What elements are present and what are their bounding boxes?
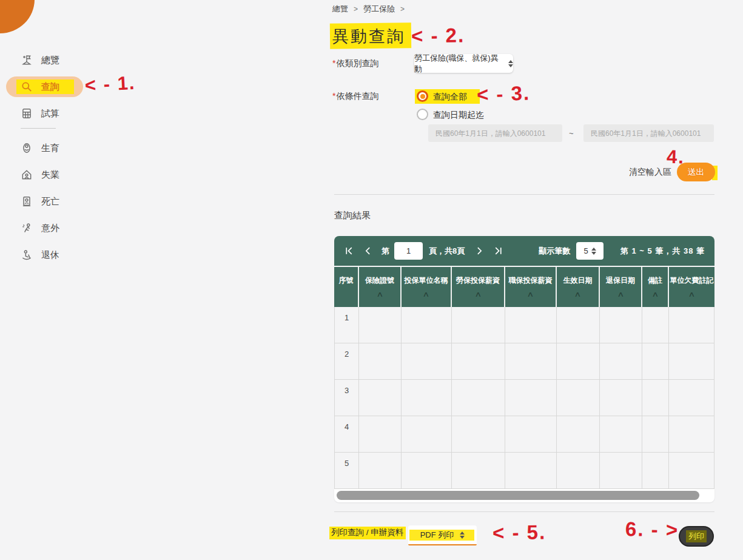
horizontal-scrollbar-thumb[interactable] [337, 491, 699, 500]
page-title: 異動查詢 [330, 23, 411, 49]
column-header-unit-name[interactable]: 投保單位名稱∧ [402, 267, 452, 307]
sidebar-item-birth[interactable]: 生育 [21, 139, 59, 157]
breadcrumb-separator: > [354, 5, 358, 13]
sidebar-item-label: 退休 [41, 249, 59, 261]
print-button-label: 列印 [686, 530, 707, 542]
section-divider [334, 511, 714, 512]
condition-query-label: *依條件查詢 [332, 91, 378, 102]
breadcrumb-link-labor-insurance[interactable]: 勞工保險 [363, 4, 395, 15]
results-table: 第 頁，共8頁 顯示筆數 5 第 1 ~ 5 筆，共 38 筆 序號 保險證號∧… [334, 236, 714, 502]
breadcrumb-link-overview[interactable]: 總覽 [332, 4, 348, 15]
date-to-input[interactable] [583, 124, 714, 142]
retirement-icon [21, 249, 33, 261]
sidebar-item-accident[interactable]: 意外 [21, 219, 59, 237]
column-header-seq: 序號 [334, 267, 359, 307]
table-row: 2 [335, 343, 714, 380]
last-page-icon[interactable] [493, 246, 503, 256]
table-row: 1 [335, 307, 714, 343]
print-format-value: PDF 列印 [420, 530, 454, 541]
clear-input-link[interactable]: 清空輸入區 [629, 167, 671, 178]
table-row: 3 [335, 380, 714, 416]
row-seq-cell: 1 [335, 307, 359, 343]
page-title-text: 異動查詢 [332, 25, 405, 47]
house-person-icon [21, 169, 33, 181]
table-pagination-bar: 第 頁，共8頁 顯示筆數 5 第 1 ~ 5 筆，共 38 筆 [334, 236, 714, 266]
sidebar-item-search[interactable]: 查詢 [21, 78, 59, 96]
sidebar-item-label: 查詢 [41, 81, 59, 93]
table-header-row: 序號 保險證號∧ 投保單位名稱∧ 勞保投保薪資∧ 職保投保薪資∧ 生效日期∧ 退… [334, 267, 714, 307]
table-row: 5 [335, 453, 714, 489]
column-header-withdrawal-date[interactable]: 退保日期∧ [600, 267, 642, 307]
first-page-icon[interactable] [344, 246, 354, 256]
row-seq-cell: 5 [335, 453, 359, 489]
row-seq-cell: 3 [335, 380, 359, 416]
sidebar-divider [21, 128, 56, 129]
date-from-input[interactable] [428, 124, 562, 142]
sidebar-item-label: 試算 [41, 108, 59, 120]
sort-caret-icon: ∧ [617, 291, 624, 297]
column-header-occupational-salary[interactable]: 職保投保薪資∧ [505, 267, 557, 307]
page-size-select[interactable]: 5 [576, 242, 603, 260]
sidebar-item-label: 死亡 [41, 196, 59, 207]
search-icon [21, 81, 33, 93]
select-arrows-icon [460, 531, 465, 539]
sidebar-item-label: 意外 [41, 223, 59, 234]
annotation-step-2: < - 2. [411, 24, 465, 48]
annotation-step-5: < - 5. [493, 521, 546, 545]
select-arrows-icon [508, 60, 513, 67]
sidebar-item-overview[interactable]: 總覽 [21, 51, 59, 69]
corner-decoration [0, 0, 35, 33]
calculator-icon [21, 107, 33, 120]
sidebar-item-unemployment[interactable]: 失業 [21, 166, 59, 184]
annotation-step-3: < - 3. [476, 81, 530, 106]
page-prefix-label: 第 [382, 246, 389, 257]
category-select[interactable]: 勞工保險(職保、就保)異動 [414, 54, 513, 73]
annotation-step-6: 6. - > [625, 518, 679, 542]
category-select-value: 勞工保險(職保、就保)異動 [414, 53, 503, 75]
radio-query-all[interactable] [417, 90, 428, 102]
page-size-label: 顯示筆數 [539, 246, 570, 257]
breadcrumb: 總覽 > 勞工保險 > [332, 4, 405, 15]
previous-page-icon[interactable] [363, 246, 373, 256]
required-asterisk: * [332, 91, 335, 101]
column-header-labor-salary[interactable]: 勞保投保薪資∧ [452, 267, 505, 307]
column-header-effective-date[interactable]: 生效日期∧ [557, 267, 600, 307]
page-total-label: 頁，共8頁 [429, 246, 465, 257]
column-header-arrears-flag[interactable]: 單位欠費註記∧ [669, 267, 714, 307]
row-seq-cell: 2 [335, 343, 359, 380]
overview-icon [21, 54, 33, 66]
sort-caret-icon: ∧ [688, 291, 695, 297]
sidebar-item-calculate[interactable]: 試算 [21, 104, 59, 123]
sidebar-item-label: 生育 [41, 143, 59, 154]
memorial-photo-icon [21, 195, 33, 207]
table-body: 1 2 3 4 5 [334, 307, 714, 489]
page-number-input[interactable] [394, 242, 423, 260]
column-header-remarks[interactable]: 備註∧ [642, 267, 669, 307]
sidebar-item-retirement[interactable]: 退休 [21, 246, 59, 264]
radio-date-range-label: 查詢日期起迄 [433, 110, 484, 121]
required-asterisk: * [332, 58, 335, 68]
column-header-cert-no[interactable]: 保險證號∧ [359, 267, 402, 307]
print-button[interactable]: 列印 [679, 526, 714, 547]
sort-caret-icon: ∧ [376, 291, 383, 297]
print-format-select[interactable]: PDF 列印 [408, 525, 477, 545]
annotation-step-4: 4. [666, 146, 685, 168]
sort-caret-icon: ∧ [526, 291, 534, 297]
select-arrows-icon [591, 248, 596, 255]
breadcrumb-separator: > [400, 5, 405, 13]
date-range-tilde: ~ [569, 129, 574, 138]
next-page-icon[interactable] [474, 246, 485, 256]
page-size-value: 5 [584, 246, 588, 255]
sort-caret-icon: ∧ [422, 291, 429, 297]
radio-query-all-label: 查詢全部 [433, 92, 467, 103]
marker-highlight-title: 異動查詢 [330, 22, 411, 49]
sort-caret-icon: ∧ [474, 291, 482, 297]
radio-date-range[interactable] [417, 109, 428, 120]
section-divider [334, 194, 714, 195]
sort-caret-icon: ∧ [651, 291, 659, 297]
print-section-label: 列印查詢 / 申辦資料 [331, 527, 403, 538]
sidebar-item-death[interactable]: 死亡 [21, 192, 59, 211]
horizontal-scrollbar-track[interactable] [334, 489, 714, 502]
sidebar-item-label: 總覽 [41, 55, 59, 66]
row-seq-cell: 4 [335, 416, 359, 453]
